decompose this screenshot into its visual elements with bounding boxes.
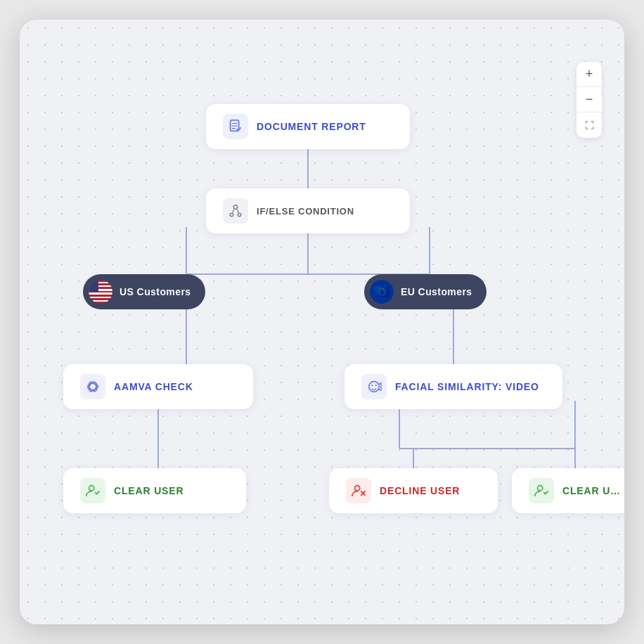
ifelse-icon: [223, 198, 248, 224]
clear-user-left-node[interactable]: CLEAR USER: [63, 468, 246, 513]
aamva-label: AAMVA CHECK: [114, 381, 193, 392]
decline-user-label: DECLINE USER: [380, 485, 460, 496]
svg-point-26: [371, 385, 373, 386]
svg-point-18: [230, 213, 233, 217]
clear-user-right-node[interactable]: CLEAR U…: [512, 468, 624, 513]
svg-line-20: [232, 209, 234, 213]
us-customers-label: US Customers: [120, 286, 191, 297]
us-flag-icon: [89, 280, 112, 304]
clear-user-right-label: CLEAR U…: [562, 485, 621, 496]
facial-similarity-label: FACIAL SIMILARITY: VIDEO: [395, 381, 539, 392]
clear-user-left-label: CLEAR USER: [114, 485, 183, 496]
document-report-node[interactable]: DOCUMENT REPORT: [206, 104, 410, 149]
clear-user-right-icon: [529, 478, 554, 503]
eu-customers-label: EU Customers: [401, 286, 472, 297]
svg-point-27: [375, 385, 377, 386]
svg-point-32: [538, 486, 543, 491]
zoom-out-button[interactable]: −: [577, 87, 602, 112]
facial-icon: [361, 374, 387, 399]
zoom-controls: + − ⛶: [577, 62, 602, 138]
us-customers-pill[interactable]: US Customers: [83, 274, 205, 309]
svg-point-29: [355, 486, 360, 491]
zoom-in-button[interactable]: +: [577, 62, 602, 87]
facial-similarity-node[interactable]: FACIAL SIMILARITY: VIDEO: [344, 364, 562, 409]
decline-user-icon: [346, 478, 371, 503]
svg-point-24: [87, 380, 98, 392]
aamva-icon: [80, 374, 105, 399]
svg-point-28: [89, 486, 94, 491]
svg-point-17: [233, 205, 238, 210]
document-report-icon: [223, 114, 248, 139]
fit-screen-button[interactable]: ⛶: [577, 112, 602, 138]
decline-user-node[interactable]: DECLINE USER: [329, 468, 498, 513]
svg-point-19: [238, 213, 241, 217]
workflow-canvas: + − ⛶ DOCUMENT REPORT IF/E: [20, 20, 624, 624]
clear-user-left-icon: [80, 478, 105, 503]
aamva-check-node[interactable]: AAMVA CHECK: [63, 364, 253, 409]
ifelse-node[interactable]: IF/ELSE CONDITION: [206, 188, 410, 233]
eu-customers-pill[interactable]: 🇪🇺 EU Customers: [364, 274, 487, 309]
document-report-label: DOCUMENT REPORT: [257, 121, 366, 132]
ifelse-label: IF/ELSE CONDITION: [257, 206, 354, 217]
eu-flag-icon: 🇪🇺: [370, 280, 394, 304]
svg-line-21: [237, 209, 239, 213]
